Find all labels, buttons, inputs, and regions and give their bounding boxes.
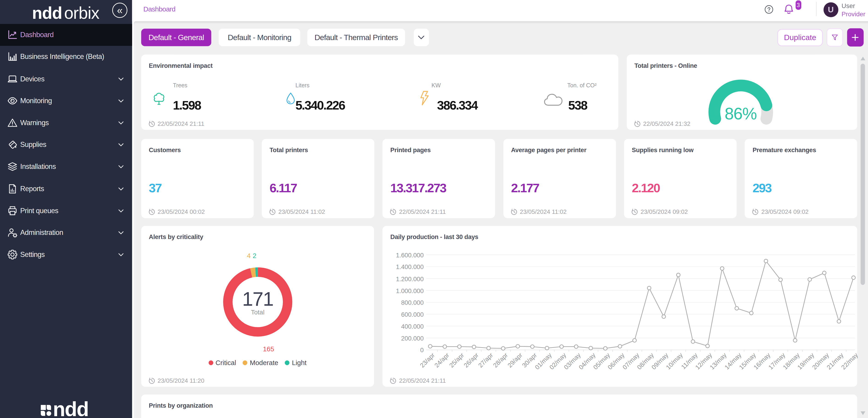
svg-text:165: 165 <box>263 345 274 353</box>
svg-text:171: 171 <box>242 288 273 310</box>
svg-text:Total: Total <box>251 308 264 316</box>
svg-text:86%: 86% <box>724 104 756 123</box>
svg-text:2: 2 <box>253 251 256 259</box>
svg-text:4: 4 <box>247 251 251 259</box>
svg-text:ndd: ndd <box>53 400 88 418</box>
